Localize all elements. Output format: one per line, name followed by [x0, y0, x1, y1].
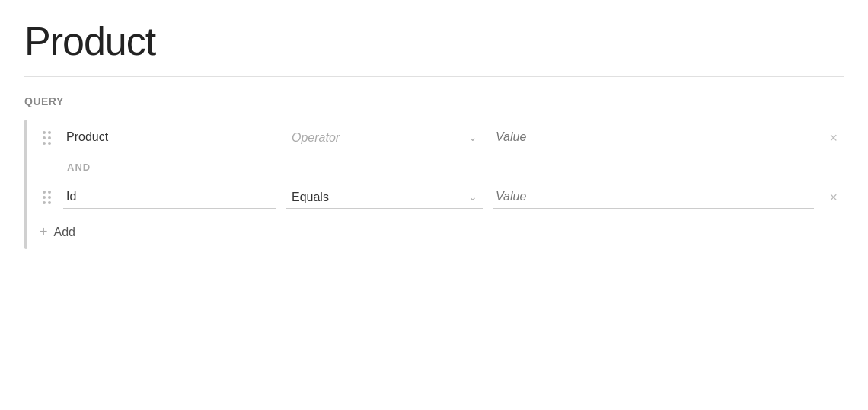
add-row: + Add: [40, 215, 844, 249]
query-row-1: Operator Equals Not Equals Contains Star…: [40, 120, 844, 155]
add-icon: +: [40, 224, 48, 240]
conjunction-label: AND: [40, 155, 844, 179]
remove-row-2-button[interactable]: ×: [823, 187, 844, 207]
query-left-border: [24, 120, 27, 249]
operator-select-2[interactable]: Operator Equals Not Equals Greater Than …: [286, 186, 483, 208]
drag-dot: [43, 142, 46, 145]
drag-dot: [48, 191, 51, 194]
drag-handle-1[interactable]: [40, 128, 54, 148]
drag-dot: [48, 196, 51, 199]
add-label: Add: [54, 226, 75, 239]
drag-dots-1: [43, 131, 51, 145]
query-body: Operator Equals Not Equals Contains Star…: [24, 120, 844, 249]
remove-row-1-button[interactable]: ×: [823, 128, 844, 148]
drag-dot: [43, 191, 46, 194]
drag-dot: [48, 136, 51, 139]
drag-dot: [48, 142, 51, 145]
query-rows: Operator Equals Not Equals Contains Star…: [40, 120, 844, 249]
query-label: Query: [24, 95, 844, 107]
field-input-2[interactable]: [63, 185, 276, 209]
drag-dot: [43, 136, 46, 139]
drag-handle-2[interactable]: [40, 187, 54, 207]
operator-wrapper-2: Operator Equals Not Equals Greater Than …: [286, 186, 483, 209]
value-input-1[interactable]: [493, 126, 814, 149]
operator-wrapper-1: Operator Equals Not Equals Contains Star…: [286, 127, 483, 149]
page-container: Product Query: [0, 0, 868, 267]
add-condition-button[interactable]: + Add: [40, 221, 75, 243]
drag-dot: [43, 131, 46, 134]
drag-dot: [43, 196, 46, 199]
query-row-2: Operator Equals Not Equals Greater Than …: [40, 179, 844, 215]
drag-dot: [48, 201, 51, 204]
drag-dot: [48, 131, 51, 134]
value-input-2[interactable]: [493, 185, 814, 209]
field-input-1[interactable]: [63, 126, 276, 149]
drag-dots-2: [43, 191, 51, 204]
drag-dot: [43, 201, 46, 204]
operator-select-1[interactable]: Operator Equals Not Equals Contains Star…: [286, 127, 483, 149]
section-divider: [24, 76, 844, 77]
page-title: Product: [24, 18, 844, 64]
